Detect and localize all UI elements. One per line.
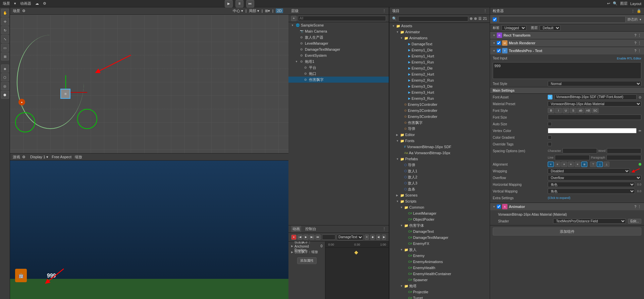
align-center[interactable]: ≡ bbox=[554, 162, 560, 167]
anim-add-clip-btn[interactable]: + bbox=[365, 234, 369, 240]
wrapping-select[interactable]: Disabled bbox=[548, 168, 630, 174]
anim-tab-console[interactable]: 控制台 bbox=[304, 226, 318, 232]
animator-header[interactable]: ▼ A Animator ? ⋮ bbox=[490, 203, 644, 210]
tool-transform[interactable]: ⊞ bbox=[1, 52, 9, 60]
anim-keyframe-next-btn[interactable]: ▶ bbox=[382, 234, 386, 240]
scene-tab[interactable]: 场景 bbox=[13, 8, 20, 13]
folder-animations[interactable]: ▼ 📁 Animations bbox=[389, 35, 490, 41]
file-levelmanager[interactable]: C# LevelManager bbox=[389, 210, 490, 216]
tool-rotate[interactable]: ↻ bbox=[1, 26, 9, 34]
proj-icon-2[interactable]: ⊗ bbox=[474, 16, 477, 21]
text-style-select[interactable]: Normal bbox=[548, 81, 641, 86]
mesh-renderer-header[interactable]: ▼ M Mesh Renderer ? ⋮ bbox=[490, 39, 644, 47]
mesh-renderer-checkbox[interactable] bbox=[497, 41, 501, 45]
anim-keyframe-btn[interactable]: ◆ bbox=[370, 234, 375, 240]
rect-menu-icon[interactable]: ⋮ bbox=[638, 33, 641, 38]
rect-transform-header[interactable]: ▼ R Rect Transform ? ⋮ bbox=[490, 32, 644, 39]
file-enemy-s[interactable]: C# Enemy bbox=[389, 253, 490, 259]
override-tags-cb[interactable] bbox=[548, 142, 552, 146]
cloud-icon[interactable]: ☁ bbox=[35, 1, 39, 6]
folder-enemy[interactable]: ▼ 📁 敌人 bbox=[389, 247, 490, 253]
file-enemy2hurt[interactable]: ▶ Enemy2_Hurt bbox=[389, 71, 490, 77]
mesh-menu-icon[interactable]: ⋮ bbox=[638, 41, 641, 45]
align-right[interactable]: ≡ bbox=[561, 162, 567, 167]
file-e1ctrl[interactable]: ⊙ Enemy1Controller bbox=[389, 101, 490, 108]
fstyle-bold[interactable]: B bbox=[548, 108, 554, 113]
tool-extra4[interactable]: ⬢ bbox=[1, 91, 9, 99]
project-search-input[interactable] bbox=[398, 16, 468, 22]
file-turret[interactable]: C# Turret bbox=[389, 295, 490, 299]
play-button[interactable]: ▶ bbox=[225, 0, 233, 7]
anim-keyframe-prev-btn[interactable]: ◀ bbox=[376, 234, 380, 240]
tmp-text-input[interactable]: 999 bbox=[493, 62, 641, 79]
aspect-dropdown[interactable]: Free Aspect bbox=[52, 155, 71, 159]
folder-prefabs[interactable]: ▼ 📁 Prefabs bbox=[389, 156, 490, 162]
anim-time-input[interactable]: 0 bbox=[322, 234, 335, 240]
file-enemy1die[interactable]: ▶ Enemy1_Die bbox=[389, 47, 490, 53]
line-input[interactable]: 0 bbox=[555, 155, 590, 160]
tree-damagetextmgr[interactable]: ⊙ DamageTextManager bbox=[288, 46, 389, 52]
file-missile[interactable]: ⊙ 导弹 bbox=[389, 126, 490, 132]
align-left[interactable]: ≡ bbox=[548, 162, 554, 167]
anim-play-btn[interactable]: ▶ bbox=[303, 234, 309, 240]
shader-edit-btn[interactable]: Edit... bbox=[628, 219, 641, 224]
object-name-input[interactable]: 伤害飘字 bbox=[499, 16, 626, 23]
tree-eventsystem[interactable]: ⊙ EventSystem bbox=[288, 52, 389, 58]
file-enemyhealth[interactable]: C# EnemyHealth bbox=[389, 265, 490, 271]
fstyle-strike[interactable]: S bbox=[570, 108, 577, 113]
anim-prev-btn[interactable]: |◀ bbox=[297, 234, 303, 240]
file-damagetext[interactable]: ▶ DamageText bbox=[389, 41, 490, 47]
file-enemy3[interactable]: ⬡ 敌人3 bbox=[389, 180, 490, 186]
tool-extra2[interactable]: ⬡ bbox=[1, 73, 9, 81]
display-dropdown[interactable]: Display 1 ▾ bbox=[30, 155, 48, 159]
file-enemy2die[interactable]: ▶ Enemy2_Die bbox=[389, 65, 490, 71]
scene-global-dropdown[interactable]: 局部 ▾ bbox=[249, 9, 259, 13]
material-preset-select[interactable]: VonwaonBitmap-16px Atlas Material bbox=[548, 101, 641, 106]
file-damagetext-s[interactable]: C# DamageText bbox=[389, 228, 490, 234]
file-enemy2run[interactable]: ▶ Enemy2_Run bbox=[389, 77, 490, 83]
tool-rect[interactable]: ▭ bbox=[1, 44, 9, 52]
scene-settings-icon[interactable]: ⚙ bbox=[22, 9, 25, 13]
add-prop-btn[interactable]: 添加属性 bbox=[297, 257, 317, 264]
animator-checkbox[interactable] bbox=[497, 205, 501, 209]
fstyle-sc[interactable]: SC bbox=[592, 108, 599, 113]
anim-end-btn[interactable]: ⏭ bbox=[315, 234, 321, 240]
tree-platform[interactable]: ⊙ 平台 bbox=[288, 65, 389, 71]
folder-editor[interactable]: ▶ 📁 Editor bbox=[389, 132, 490, 138]
file-font-sdf[interactable]: F VonwaonBitmap-16px SDF bbox=[389, 144, 490, 150]
hierarchy-search[interactable] bbox=[298, 16, 386, 21]
folder-scripts[interactable]: ▼ 📁 Scripts bbox=[389, 198, 490, 204]
word-input[interactable]: 0 bbox=[607, 148, 641, 154]
scene-2d-btn[interactable]: 2D bbox=[276, 8, 283, 13]
folder-common[interactable]: ▼ 📁 Common bbox=[389, 204, 490, 210]
add-component-btn[interactable]: 添加组件 bbox=[493, 227, 641, 236]
file-enemyhealthc[interactable]: C# EnemyHealthContainer bbox=[389, 271, 490, 277]
align-vmid[interactable]: ⊥ bbox=[597, 162, 603, 167]
folder-damagefont[interactable]: ▼ 📁 伤害字体 bbox=[389, 222, 490, 228]
vertex-color-pick[interactable]: ✏ bbox=[639, 129, 641, 133]
vert-map-select[interactable]: 角色 bbox=[548, 188, 635, 194]
tool-extra3[interactable]: ◎ bbox=[1, 82, 9, 90]
tree-samplescene[interactable]: ▼ 🌐 SampleScene bbox=[288, 22, 389, 28]
align-flush[interactable]: ≡ bbox=[575, 162, 581, 167]
scale-dropdown[interactable]: 缩放 bbox=[75, 155, 82, 160]
proj-icon-3[interactable]: ☰ bbox=[478, 16, 482, 21]
anim-next-btn[interactable]: ▶| bbox=[309, 234, 315, 240]
file-enemy1hurt[interactable]: ▶ Enemy1_Hurt bbox=[389, 53, 490, 59]
anim-record-btn[interactable]: ● bbox=[291, 234, 297, 240]
char-input[interactable]: 0 bbox=[562, 148, 597, 154]
mesh-settings-icon[interactable]: ? bbox=[634, 41, 636, 45]
keyframe-0a[interactable] bbox=[355, 251, 358, 254]
layers-label[interactable]: 图层 bbox=[620, 1, 628, 6]
file-font-bitmap[interactable]: Aa Aa VonwaonBitmap-16px bbox=[389, 150, 490, 156]
step-button[interactable]: ⏭ bbox=[246, 0, 254, 7]
anim-settings[interactable]: ⋮ bbox=[382, 227, 386, 231]
anim-timeline[interactable]: 0:00 0:30 1:00 bbox=[325, 242, 389, 299]
hierarchy-add-btn[interactable]: + bbox=[291, 16, 297, 21]
hierarchy-settings-icon[interactable]: ⋮ bbox=[382, 9, 386, 13]
file-e2ctrl[interactable]: ⊙ Enemy2Controller bbox=[389, 108, 490, 114]
color-gradient-cb[interactable] bbox=[548, 135, 552, 139]
file-enemyanim[interactable]: C# EnemyAnimations bbox=[389, 259, 490, 265]
rect-settings-icon[interactable]: ? bbox=[634, 34, 636, 37]
font-size-input[interactable]: 5 bbox=[548, 115, 641, 120]
